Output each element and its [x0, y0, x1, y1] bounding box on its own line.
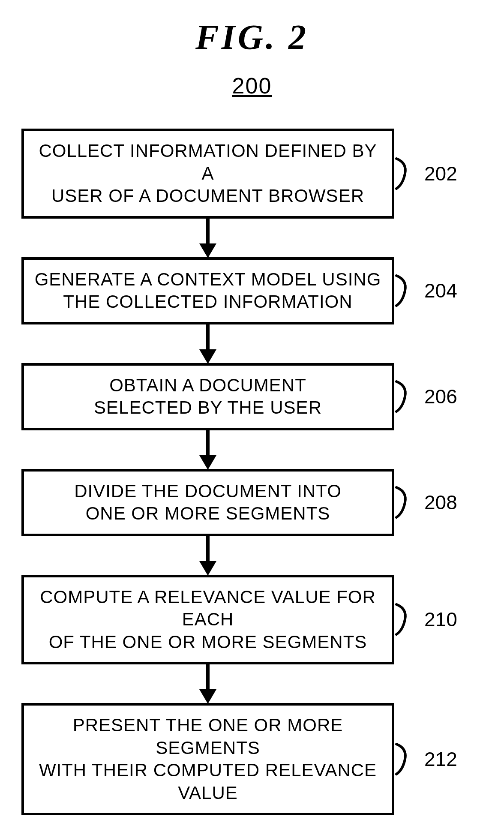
- step-text-line2: WITH THEIR COMPUTED RELEVANCE VALUE: [39, 760, 377, 803]
- step-box-206: OBTAIN A DOCUMENT SELECTED BY THE USER: [21, 363, 394, 430]
- ref-wrap: 202: [394, 162, 471, 185]
- flowchart: COLLECT INFORMATION DEFINED BY A USER OF…: [21, 129, 483, 815]
- step-box-212: PRESENT THE ONE OR MORE SEGMENTS WITH TH…: [21, 703, 394, 815]
- flow-step: OBTAIN A DOCUMENT SELECTED BY THE USER 2…: [21, 363, 483, 430]
- leader-curve-icon: [394, 600, 420, 639]
- step-text-line1: PRESENT THE ONE OR MORE SEGMENTS: [73, 715, 343, 758]
- leader-curve-icon: [394, 377, 420, 416]
- figure-number: 200: [0, 73, 504, 99]
- ref-label: 204: [424, 279, 457, 302]
- step-text-line1: COMPUTE A RELEVANCE VALUE FOR EACH: [40, 587, 376, 630]
- svg-marker-5: [199, 455, 216, 470]
- flow-step: GENERATE A CONTEXT MODEL USING THE COLLE…: [21, 257, 483, 324]
- step-box-202: COLLECT INFORMATION DEFINED BY A USER OF…: [21, 129, 394, 219]
- svg-marker-1: [199, 243, 216, 258]
- arrow-down-icon: [195, 218, 221, 259]
- flow-arrow: [21, 324, 394, 363]
- flow-arrow: [21, 664, 394, 703]
- arrow-down-icon: [195, 535, 221, 577]
- ref-wrap: 210: [394, 608, 471, 631]
- leader-curve-icon: [394, 740, 420, 778]
- step-box-210: COMPUTE A RELEVANCE VALUE FOR EACH OF TH…: [21, 575, 394, 665]
- ref-label: 212: [424, 748, 457, 771]
- ref-label: 210: [424, 608, 457, 631]
- step-text-line2: SELECTED BY THE USER: [94, 397, 322, 418]
- step-box-208: DIVIDE THE DOCUMENT INTO ONE OR MORE SEG…: [21, 469, 394, 536]
- step-text-line2: OF THE ONE OR MORE SEGMENTS: [49, 632, 367, 652]
- ref-wrap: 208: [394, 491, 471, 514]
- ref-label: 208: [424, 491, 457, 514]
- flow-step: DIVIDE THE DOCUMENT INTO ONE OR MORE SEG…: [21, 469, 483, 536]
- figure-page: FIG. 2 200 COLLECT INFORMATION DEFINED B…: [0, 0, 504, 823]
- leader-curve-icon: [394, 271, 420, 310]
- svg-marker-3: [199, 349, 216, 364]
- leader-curve-icon: [394, 154, 420, 193]
- step-text-line1: COLLECT INFORMATION DEFINED BY A: [39, 141, 377, 183]
- leader-curve-icon: [394, 483, 420, 522]
- flow-step: COLLECT INFORMATION DEFINED BY A USER OF…: [21, 129, 483, 219]
- svg-marker-9: [199, 689, 216, 704]
- arrow-down-icon: [195, 430, 221, 471]
- flow-arrow: [21, 536, 394, 575]
- step-text-line1: OBTAIN A DOCUMENT: [109, 375, 306, 395]
- step-text-line2: THE COLLECTED INFORMATION: [63, 291, 352, 312]
- figure-title: FIG. 2: [0, 17, 504, 57]
- ref-wrap: 204: [394, 279, 471, 302]
- step-text-line2: USER OF A DOCUMENT BROWSER: [51, 186, 364, 206]
- ref-label: 202: [424, 162, 457, 185]
- ref-label: 206: [424, 385, 457, 408]
- ref-wrap: 212: [394, 748, 471, 771]
- ref-wrap: 206: [394, 385, 471, 408]
- svg-marker-7: [199, 561, 216, 576]
- step-text-line1: GENERATE A CONTEXT MODEL USING: [35, 269, 381, 289]
- flow-step: COMPUTE A RELEVANCE VALUE FOR EACH OF TH…: [21, 575, 483, 665]
- flow-step: PRESENT THE ONE OR MORE SEGMENTS WITH TH…: [21, 703, 483, 815]
- arrow-down-icon: [195, 664, 221, 705]
- step-box-204: GENERATE A CONTEXT MODEL USING THE COLLE…: [21, 257, 394, 324]
- arrow-down-icon: [195, 324, 221, 365]
- step-text-line2: ONE OR MORE SEGMENTS: [86, 503, 330, 523]
- step-text-line1: DIVIDE THE DOCUMENT INTO: [74, 481, 342, 501]
- flow-arrow: [21, 219, 394, 257]
- flow-arrow: [21, 430, 394, 469]
